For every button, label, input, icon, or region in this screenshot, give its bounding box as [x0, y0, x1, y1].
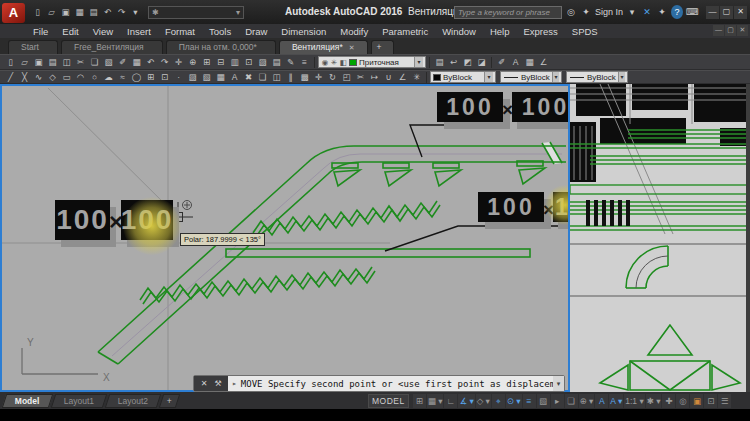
workspace-dropdown[interactable]: ✱ ▾: [148, 6, 244, 19]
command-input[interactable]: ▸ MOVE Specify second point or <use firs…: [228, 376, 553, 391]
dynamic-input-icon[interactable]: ▸: [551, 394, 564, 408]
help-icon[interactable]: ?: [671, 5, 683, 19]
insert-block-icon[interactable]: ⊞: [144, 71, 157, 83]
infocenter-dropdown-icon[interactable]: ▾: [626, 5, 638, 19]
infocenter-toggle-icon[interactable]: ⌨: [686, 5, 699, 19]
autodesk360-icon[interactable]: ✦: [656, 5, 668, 19]
spline-icon[interactable]: ≈: [116, 71, 129, 83]
make-block-icon[interactable]: ⊡: [158, 71, 171, 83]
properties-icon[interactable]: ▥: [228, 56, 241, 68]
lineweight-dropdown[interactable]: ByBlock ▾: [566, 71, 628, 83]
tab-start[interactable]: Start: [8, 40, 58, 54]
hardware-acceleration-icon[interactable]: ▣: [690, 394, 703, 408]
isolate-objects-icon[interactable]: ◎: [676, 394, 689, 408]
autocad-logo[interactable]: A: [2, 3, 25, 23]
annotation-autoscale-icon[interactable]: A ▾: [609, 394, 623, 408]
menu-spds[interactable]: SPDS: [565, 26, 605, 37]
move-icon[interactable]: ✛: [312, 71, 325, 83]
zoom-realtime-icon[interactable]: ⊕: [186, 56, 199, 68]
ortho-icon[interactable]: ∟: [444, 394, 457, 408]
match-layer-icon[interactable]: ✐: [495, 56, 508, 68]
menu-insert[interactable]: Insert: [120, 26, 158, 37]
circle-icon[interactable]: ○: [88, 71, 101, 83]
fillet-icon[interactable]: ∪: [382, 71, 395, 83]
redo-icon[interactable]: ↷: [115, 6, 128, 18]
line-icon[interactable]: ╱: [4, 71, 17, 83]
minimize-button[interactable]: —: [706, 6, 719, 19]
tool-palettes-icon[interactable]: ▨: [256, 56, 269, 68]
tab-ventilyaciya[interactable]: Вентиляция* ✕: [279, 40, 368, 54]
exchange-apps-icon[interactable]: ✕: [641, 5, 653, 19]
object-snap-icon[interactable]: ⊙ ▾: [506, 394, 522, 408]
object-snap-tracking-icon[interactable]: ⌖: [492, 394, 505, 408]
extend-icon[interactable]: ↦: [368, 71, 381, 83]
menu-file[interactable]: File: [26, 26, 55, 37]
quick-properties-icon[interactable]: ❏: [565, 394, 578, 408]
point-icon[interactable]: ∙: [172, 71, 185, 83]
recent-commands-icon[interactable]: ▾: [553, 376, 564, 391]
save-icon[interactable]: ▣: [59, 6, 72, 18]
workspace-switching-icon[interactable]: ✱ ▾: [646, 394, 662, 408]
designcenter-icon[interactable]: ⊡: [242, 56, 255, 68]
model-space-indicator[interactable]: MODEL: [368, 394, 409, 408]
menu-format[interactable]: Format: [158, 26, 202, 37]
menu-draw[interactable]: Draw: [238, 26, 274, 37]
plot-preview-icon[interactable]: ◫: [60, 56, 73, 68]
construction-line-icon[interactable]: ╳: [18, 71, 31, 83]
chevron-down-icon[interactable]: ▾: [552, 72, 559, 82]
tab-model[interactable]: Model: [2, 394, 53, 408]
open-file-icon[interactable]: ▱: [18, 56, 31, 68]
block-editor-icon[interactable]: ▦: [130, 56, 143, 68]
offset-icon[interactable]: ∥: [284, 71, 297, 83]
drawing-canvas[interactable]: Y X 100 × 100 100 × 100 100 × 100: [0, 84, 570, 392]
sign-in-button[interactable]: Sign In: [595, 7, 623, 17]
polygon-icon[interactable]: ◇: [46, 71, 59, 83]
multiline-text-icon[interactable]: A: [228, 71, 241, 83]
copy-icon[interactable]: ❏: [88, 56, 101, 68]
ellipse-icon[interactable]: ◯: [130, 71, 143, 83]
menu-tools[interactable]: Tools: [202, 26, 238, 37]
menu-modify[interactable]: Modify: [333, 26, 375, 37]
erase-icon[interactable]: ✖: [242, 71, 255, 83]
open-file-icon[interactable]: ▱: [45, 6, 58, 18]
transparency-icon[interactable]: ▧: [537, 394, 550, 408]
annotation-visibility-icon[interactable]: A: [595, 394, 608, 408]
menu-window[interactable]: Window: [435, 26, 483, 37]
rectangle-icon[interactable]: ▭: [60, 71, 73, 83]
customization-icon[interactable]: ☰: [718, 394, 731, 408]
layer-unisolate-icon[interactable]: ◪: [475, 56, 488, 68]
table-icon[interactable]: ▦: [214, 71, 227, 83]
qat-dropdown-icon[interactable]: ▾: [129, 6, 142, 18]
layer-isolate-icon[interactable]: ◩: [461, 56, 474, 68]
gradient-icon[interactable]: ▧: [200, 71, 213, 83]
match-properties-icon[interactable]: ✐: [116, 56, 129, 68]
pan-icon[interactable]: ✛: [172, 56, 185, 68]
save-icon[interactable]: ▣: [32, 56, 45, 68]
zoom-previous-icon[interactable]: ⊟: [214, 56, 227, 68]
close-button[interactable]: ✕: [734, 6, 747, 19]
group-icon[interactable]: ▦: [523, 56, 536, 68]
trim-icon[interactable]: ✂: [354, 71, 367, 83]
measure-icon[interactable]: ∠: [537, 56, 550, 68]
tab-new-drawing[interactable]: +: [371, 40, 394, 54]
chevron-down-icon[interactable]: ▾: [414, 57, 423, 67]
tab-add-layout[interactable]: +: [159, 394, 181, 408]
restore-button[interactable]: ▢: [720, 6, 733, 19]
arc-icon[interactable]: ◠: [74, 71, 87, 83]
menu-view[interactable]: View: [86, 26, 120, 37]
chamfer-icon[interactable]: ∠: [396, 71, 409, 83]
tab-layout2[interactable]: Layout2: [105, 394, 162, 408]
tab-layout1[interactable]: Layout1: [50, 394, 107, 408]
chevron-down-icon[interactable]: ▾: [618, 72, 625, 82]
mirror-icon[interactable]: ◫: [270, 71, 283, 83]
revision-cloud-icon[interactable]: ☁: [102, 71, 115, 83]
hatch-icon[interactable]: ▨: [186, 71, 199, 83]
menu-help[interactable]: Help: [483, 26, 517, 37]
object-color-dropdown[interactable]: ByBlock ▾: [430, 71, 496, 83]
layer-properties-icon[interactable]: ▤: [433, 56, 446, 68]
sheet-set-manager-icon[interactable]: ▤: [270, 56, 283, 68]
new-file-icon[interactable]: ▯: [31, 6, 44, 18]
infocenter-search-input[interactable]: Type a keyword or phrase: [454, 6, 562, 19]
save-as-icon[interactable]: ▦: [73, 6, 86, 18]
lineweight-display-icon[interactable]: ≡: [523, 394, 536, 408]
